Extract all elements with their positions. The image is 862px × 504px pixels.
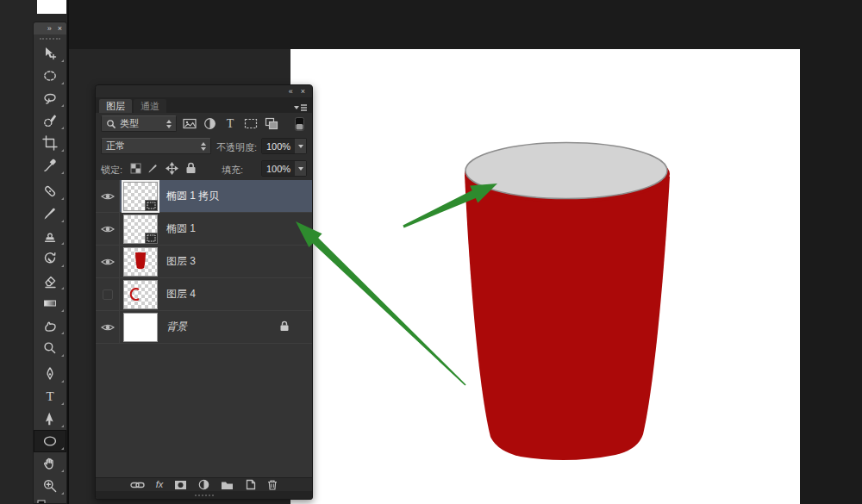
lasso-tool[interactable] <box>34 87 66 109</box>
crop-tool[interactable] <box>34 132 66 154</box>
visibility-eye-icon[interactable] <box>96 213 120 245</box>
filter-smart-objects-icon[interactable] <box>265 117 278 130</box>
layers-panel-footer: fx <box>96 477 312 491</box>
cup-top-ellipse <box>465 143 667 199</box>
visibility-eye-icon[interactable] <box>96 180 120 212</box>
opacity-value[interactable]: 100% <box>261 138 307 154</box>
pen-tool[interactable] <box>34 363 66 385</box>
opacity-label: 不透明度: <box>216 141 257 154</box>
layer-filter-row: 类型 T <box>96 113 312 135</box>
new-layer-icon[interactable] <box>245 479 256 490</box>
type-tool[interactable]: T <box>34 385 66 408</box>
lock-image-pixels-icon[interactable] <box>147 163 159 174</box>
eyedropper-tool[interactable] <box>34 154 66 177</box>
fill-value[interactable]: 100% <box>261 160 307 177</box>
link-layers-icon[interactable] <box>130 481 145 489</box>
filter-adjustment-layers-icon[interactable] <box>203 117 216 130</box>
dock-edge-divider <box>67 0 69 504</box>
elliptical-marquee-tool[interactable] <box>34 65 66 87</box>
lock-label: 锁定: <box>101 164 122 177</box>
smudge-tool[interactable] <box>34 314 66 337</box>
filter-shape-layers-icon[interactable] <box>244 117 258 130</box>
layer-thumbnail[interactable] <box>123 280 158 309</box>
tab-channels[interactable]: 通道 <box>134 99 166 113</box>
brush-tool[interactable] <box>34 202 66 225</box>
layers-panel: « × 图层 通道 类型 T 正常 <box>95 84 313 500</box>
zoom-tool[interactable] <box>34 475 66 497</box>
visibility-eye-icon[interactable] <box>96 311 120 343</box>
ellipse-tool[interactable] <box>34 430 66 452</box>
tab-layers[interactable]: 图层 <box>99 99 132 113</box>
clone-stamp-tool[interactable] <box>34 225 66 247</box>
red-cup-thumbnail <box>124 248 157 276</box>
layer-thumbnail[interactable] <box>123 313 158 342</box>
tools-panel: » × T <box>33 22 67 504</box>
layer-thumbnail[interactable] <box>123 247 158 277</box>
eraser-tool[interactable] <box>34 270 66 292</box>
blend-mode-row: 正常 不透明度: 100% <box>96 135 312 158</box>
color-swatches[interactable] <box>34 497 66 504</box>
dodge-tool[interactable] <box>34 337 66 359</box>
lock-row: 锁定: 填充: 100% <box>96 158 312 180</box>
delete-layer-trash-icon[interactable] <box>267 479 278 490</box>
cup-body <box>465 175 670 460</box>
background-lock-icon <box>279 320 290 335</box>
collapse-to-icons-icon[interactable]: « <box>289 88 293 96</box>
layer-name: 椭圆 1 <box>166 221 196 236</box>
search-icon <box>106 119 116 129</box>
filter-on-off-toggle[interactable] <box>295 117 304 131</box>
svg-text:T: T <box>227 117 234 130</box>
visibility-eye-icon[interactable] <box>96 246 120 277</box>
quick-selection-tool[interactable] <box>34 109 66 132</box>
red-cup-artwork <box>290 49 800 504</box>
shape-layer-badge-icon <box>145 233 158 244</box>
panel-resize-grip[interactable] <box>96 491 312 499</box>
collapse-panel-icon[interactable]: » <box>47 25 52 33</box>
red-crescent-thumbnail <box>124 281 157 308</box>
lock-all-icon[interactable] <box>185 162 197 174</box>
layer-row-ellipse-1-copy[interactable]: 椭圆 1 拷贝 <box>96 180 312 213</box>
tools-panel-titlebar: » × <box>34 22 66 34</box>
layer-name: 背景 <box>166 320 187 334</box>
document-canvas[interactable] <box>290 49 800 504</box>
layer-styles-fx-icon[interactable]: fx <box>156 480 164 489</box>
add-layer-mask-icon[interactable] <box>174 480 187 490</box>
layer-thumbnail[interactable] <box>123 182 158 211</box>
close-panel-icon[interactable]: × <box>301 88 305 96</box>
filter-pixel-layers-icon[interactable] <box>183 117 197 130</box>
move-tool[interactable] <box>34 42 66 65</box>
layer-row-layer-3[interactable]: 图层 3 <box>96 246 312 278</box>
layer-name: 椭圆 1 拷贝 <box>166 189 219 203</box>
layer-name: 图层 3 <box>166 254 196 269</box>
window-sliver <box>37 0 66 14</box>
spot-healing-brush-tool[interactable] <box>34 180 66 202</box>
blend-mode-dropdown[interactable]: 正常 <box>101 138 211 154</box>
layer-thumbnail[interactable] <box>123 215 158 244</box>
new-adjustment-layer-icon[interactable] <box>198 479 209 490</box>
layer-row-ellipse-1[interactable]: 椭圆 1 <box>96 213 312 246</box>
workspace-background-right <box>800 0 862 504</box>
filter-kind-dropdown[interactable]: 类型 <box>101 115 177 132</box>
layer-name: 图层 4 <box>166 287 196 302</box>
layer-row-background[interactable]: 背景 <box>96 311 312 344</box>
visibility-eye-empty[interactable] <box>96 278 120 310</box>
filter-type-layers-icon[interactable]: T <box>224 116 236 129</box>
hand-tool[interactable] <box>34 452 66 475</box>
path-selection-tool[interactable] <box>34 408 66 430</box>
gradient-tool[interactable] <box>34 292 66 314</box>
layers-panel-titlebar: « × <box>96 85 312 97</box>
layer-row-layer-4[interactable]: 图层 4 <box>96 278 312 311</box>
workspace-background-top <box>69 0 862 49</box>
panel-grip-handle[interactable] <box>34 34 66 42</box>
svg-text:T: T <box>46 389 53 403</box>
fill-label: 填充: <box>222 164 243 177</box>
panel-tabs: 图层 通道 <box>96 97 312 113</box>
lock-transparent-pixels-icon[interactable] <box>130 163 141 174</box>
history-brush-tool[interactable] <box>34 247 66 270</box>
new-group-folder-icon[interactable] <box>221 480 234 490</box>
shape-layer-badge-icon <box>145 200 158 211</box>
lock-position-icon[interactable] <box>166 162 178 175</box>
close-panel-icon[interactable]: × <box>58 25 62 33</box>
layers-list: 椭圆 1 拷贝 椭圆 1 图层 3 <box>96 180 312 477</box>
